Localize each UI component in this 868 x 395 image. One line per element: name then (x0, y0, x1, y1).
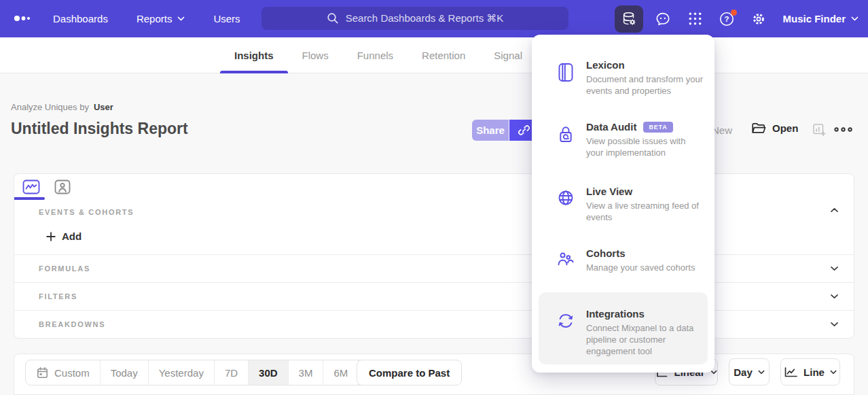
add-event-button[interactable]: Add (46, 230, 82, 242)
nav-users[interactable]: Users (213, 13, 240, 24)
app-screen: Dashboards Reports Users Search Dashboar… (0, 0, 868, 395)
tab-retention[interactable]: Retention (408, 37, 480, 73)
search-input[interactable]: Search Dashboards & Reports ⌘K (261, 7, 568, 30)
page-title[interactable]: Untitled Insights Report (11, 120, 188, 138)
menu-item-lexicon[interactable]: Lexicon Document and transform your even… (556, 59, 704, 97)
add-to-dashboard-icon[interactable] (812, 123, 827, 137)
active-view-underline (14, 197, 45, 200)
people-icon (556, 250, 575, 269)
menu-item-data-audit[interactable]: Data Audit BETA View possible issues wit… (556, 121, 704, 158)
tools-dropdown-menu: Lexicon Document and transform your even… (532, 35, 715, 373)
report-tab-bar: Insights Flows Funnels Retention Signal … (0, 37, 868, 73)
new-report-button[interactable]: New (712, 124, 732, 136)
data-management-icon[interactable] (615, 5, 643, 33)
svg-text:?: ? (725, 15, 729, 23)
menu-item-integrations[interactable]: Integrations Connect Mixpanel to a data … (539, 292, 708, 364)
section-formulas[interactable]: FORMULAS (14, 254, 854, 282)
globe-icon (556, 188, 575, 207)
project-switcher[interactable]: Music Finder (782, 13, 858, 24)
analysis-breadcrumb: Analyze Uniques by User (11, 102, 113, 112)
search-placeholder: Search Dashboards & Reports ⌘K (346, 12, 504, 24)
help-icon[interactable]: ? (715, 7, 739, 31)
section-breakdowns[interactable]: BREAKDOWNS (14, 310, 854, 338)
tab-signal[interactable]: Signal (480, 37, 537, 73)
date-range-selector: Custom Today Yesterday 7D 30D 3M 6M 12M (25, 360, 399, 385)
range-30d[interactable]: 30D (249, 360, 289, 385)
chevron-down-icon (830, 370, 837, 375)
folder-icon (751, 122, 766, 135)
range-yesterday[interactable]: Yesterday (149, 360, 215, 385)
query-builder-panel: EVENTS & COHORTS Add FORMULAS FILTERS BR… (14, 173, 854, 339)
nav-dashboards[interactable]: Dashboards (53, 13, 108, 24)
feedback-chat-icon[interactable] (651, 7, 675, 31)
compare-to-past-button[interactable]: Compare to Past (357, 360, 462, 385)
link-icon (518, 124, 530, 137)
range-7d[interactable]: 7D (215, 360, 249, 385)
more-options-button[interactable] (834, 127, 852, 132)
line-chart-icon (784, 366, 798, 378)
top-navigation-bar: Dashboards Reports Users Search Dashboar… (0, 0, 868, 37)
tab-funnels[interactable]: Funnels (343, 37, 408, 73)
lock-audit-icon (556, 124, 575, 146)
chart-view-icon[interactable] (22, 178, 40, 196)
chevron-down-icon (851, 16, 858, 21)
chart-type-selector[interactable]: Line (780, 358, 840, 385)
apps-grid-icon[interactable] (683, 7, 707, 31)
beta-badge: BETA (643, 122, 672, 133)
chevron-up-icon[interactable] (830, 207, 839, 213)
project-name: Music Finder (782, 13, 846, 24)
section-events-cohorts: EVENTS & COHORTS (39, 208, 134, 216)
chevron-down-icon (830, 266, 839, 271)
settings-gear-icon[interactable] (746, 7, 771, 31)
analysis-entity-selector[interactable]: User (94, 102, 113, 112)
sync-icon (556, 311, 575, 330)
analysis-label: Analyze Uniques by (11, 102, 89, 112)
range-custom[interactable]: Custom (26, 360, 101, 385)
share-button-group: Share (472, 120, 538, 141)
chevron-down-icon (830, 322, 839, 327)
range-6m[interactable]: 6M (323, 360, 359, 385)
calendar-icon (36, 366, 49, 379)
add-label: Add (62, 230, 82, 242)
menu-item-live-view[interactable]: Live View View a live streaming feed of … (556, 186, 704, 223)
chevron-down-icon (758, 370, 765, 375)
mixpanel-logo-icon[interactable] (14, 14, 34, 22)
tab-flows[interactable]: Flows (288, 37, 343, 73)
book-icon (556, 62, 575, 83)
report-tabs: Insights Flows Funnels Retention Signal … (220, 37, 577, 73)
chevron-down-icon (830, 294, 839, 299)
range-3m[interactable]: 3M (289, 360, 324, 385)
primary-nav: Dashboards Reports Users (53, 0, 240, 37)
range-today[interactable]: Today (101, 360, 149, 385)
view-mode-tabs (22, 178, 71, 196)
share-button[interactable]: Share (472, 120, 509, 141)
search-icon (327, 12, 339, 24)
plus-icon (46, 232, 56, 241)
profile-view-icon[interactable] (54, 178, 71, 196)
open-label: Open (772, 122, 798, 134)
chevron-down-icon (177, 16, 185, 21)
date-controls-bar: Custom Today Yesterday 7D 30D 3M 6M 12M … (14, 354, 854, 395)
nav-reports[interactable]: Reports (137, 13, 185, 24)
top-icon-cluster: ? Music Finder (615, 0, 858, 37)
notification-dot (731, 10, 737, 16)
granularity-selector[interactable]: Day (729, 358, 770, 385)
menu-item-cohorts[interactable]: Cohorts Manage your saved cohorts (556, 247, 704, 273)
section-filters[interactable]: FILTERS (14, 282, 854, 310)
open-report-button[interactable]: Open (751, 122, 798, 135)
tab-insights[interactable]: Insights (220, 37, 288, 73)
